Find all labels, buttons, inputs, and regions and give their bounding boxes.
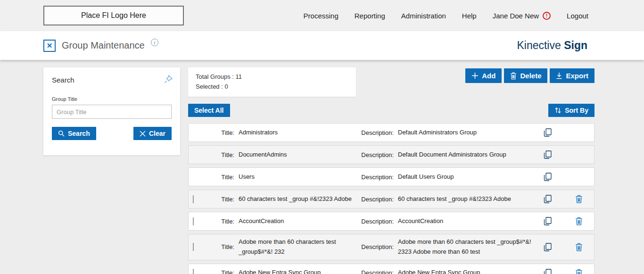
- sort-arrows-icon: [554, 107, 561, 114]
- row-delete-button[interactable]: [558, 269, 600, 274]
- total-groups-label: Total Groups : 11: [196, 72, 348, 82]
- info-icon[interactable]: i: [151, 39, 158, 46]
- group-list: Title: Administrators Description: Defau…: [188, 123, 594, 274]
- main-content: Search Group Title Search Clear: [0, 60, 644, 274]
- copy-button[interactable]: [537, 268, 558, 274]
- row-title-value: Adobe more than 60 characters test _grou…: [237, 237, 353, 257]
- trash-icon: [575, 243, 583, 251]
- group-title-label: Group Title: [52, 96, 172, 102]
- row-description-label: Description:: [353, 243, 396, 250]
- search-button[interactable]: Search: [52, 127, 96, 140]
- row-checkbox[interactable]: [193, 269, 194, 274]
- sort-by-button[interactable]: Sort By: [548, 104, 594, 117]
- nav-reporting[interactable]: Reporting: [355, 12, 385, 20]
- nav-help[interactable]: Help: [462, 12, 477, 20]
- copy-button[interactable]: [537, 194, 558, 204]
- copy-icon: [543, 150, 553, 159]
- row-title-value: AccountCreation: [237, 216, 353, 226]
- copy-button[interactable]: [537, 216, 558, 226]
- table-row: Title: Users Description: Default Users …: [188, 167, 594, 186]
- copy-icon: [543, 172, 553, 182]
- copy-button[interactable]: [537, 150, 558, 159]
- nav-logout[interactable]: Logout: [567, 12, 588, 20]
- search-panel: Search Group Title Search Clear: [43, 67, 180, 155]
- row-description-label: Description:: [353, 269, 396, 274]
- row-description-label: Description:: [353, 151, 396, 158]
- user-menu[interactable]: Jane Doe New !: [493, 12, 551, 20]
- row-checkbox[interactable]: [193, 243, 194, 251]
- row-checkbox[interactable]: [193, 195, 194, 203]
- row-title-label: Title:: [207, 151, 237, 158]
- brand-logo: Kinective Sign: [517, 39, 587, 52]
- table-row: Title: Administrators Description: Defau…: [188, 123, 594, 142]
- nav-processing[interactable]: Processing: [304, 12, 339, 20]
- row-title-value: Adobe New Entra Sync Group: [237, 268, 353, 274]
- group-title-input[interactable]: [52, 105, 172, 119]
- copy-icon: [543, 216, 553, 226]
- row-delete-button[interactable]: [558, 195, 600, 203]
- row-description-value: 60 characters test _group #&!2323 Adobe: [396, 194, 537, 204]
- delete-button-label: Delete: [520, 72, 541, 80]
- table-row: Title: Adobe more than 60 characters tes…: [188, 234, 594, 260]
- trash-icon: [575, 269, 583, 274]
- row-title-value: Administrators: [237, 128, 353, 138]
- table-row: Title: AccountCreation Description: Acco…: [188, 212, 594, 231]
- copy-button[interactable]: [537, 172, 558, 182]
- row-description-value: Default Users Group: [396, 172, 537, 182]
- stats-box: Total Groups : 11 Selected : 0: [188, 67, 356, 97]
- search-panel-title: Search: [52, 76, 172, 84]
- table-row: Title: DocumentAdmins Description: Defau…: [188, 145, 594, 164]
- row-title-label: Title:: [207, 243, 237, 250]
- row-title-label: Title:: [207, 269, 237, 274]
- export-button-label: Export: [566, 72, 588, 80]
- row-checkbox[interactable]: [193, 217, 194, 225]
- plus-icon: [471, 72, 479, 79]
- brand-name: Kinective: [517, 39, 564, 51]
- alert-icon: !: [543, 12, 551, 20]
- copy-button[interactable]: [537, 242, 558, 252]
- copy-icon: [543, 194, 553, 204]
- row-description-value: Adobe New Entra Sync Group: [396, 268, 537, 274]
- trash-icon: [575, 217, 583, 225]
- fi-logo-placeholder: Place FI Logo Here: [43, 6, 184, 25]
- table-row: Title: Adobe New Entra Sync Group Descri…: [188, 264, 594, 274]
- row-title-value: DocumentAdmins: [237, 150, 353, 160]
- trash-icon: [575, 195, 583, 203]
- row-title-label: Title:: [207, 196, 237, 203]
- row-description-value: Default Document Administrators Group: [396, 150, 537, 160]
- row-description-value: Adobe more than 60 characters test _grou…: [396, 237, 537, 257]
- nav-administration[interactable]: Administration: [401, 12, 446, 20]
- top-bar: Place FI Logo Here Processing Reporting …: [0, 0, 644, 31]
- select-all-label: Select All: [194, 107, 224, 114]
- download-icon: [556, 72, 562, 79]
- table-row: Title: 60 characters test _group #&!2323…: [188, 190, 594, 208]
- row-description-label: Description:: [353, 218, 396, 225]
- clear-x-icon: [140, 131, 146, 137]
- row-title-label: Title:: [207, 129, 237, 136]
- sort-by-label: Sort By: [565, 107, 588, 114]
- clear-button[interactable]: Clear: [133, 127, 172, 140]
- search-icon: [58, 130, 65, 137]
- pin-icon[interactable]: [163, 74, 173, 84]
- page-title: Group Maintenance: [62, 40, 145, 51]
- brand-bold: Sign: [564, 39, 587, 51]
- row-description-label: Description:: [353, 196, 396, 203]
- copy-button[interactable]: [537, 128, 558, 137]
- add-button-label: Add: [482, 72, 495, 80]
- row-delete-button[interactable]: [558, 217, 600, 225]
- delete-button[interactable]: Delete: [504, 68, 547, 83]
- row-title-label: Title:: [207, 218, 237, 225]
- search-button-label: Search: [68, 130, 90, 137]
- select-all-button[interactable]: Select All: [188, 104, 230, 117]
- group-maintenance-icon: ✕: [43, 40, 56, 52]
- sub-header: ✕ Group Maintenance i Kinective Sign: [0, 31, 644, 60]
- trash-icon-white: [510, 72, 517, 80]
- copy-icon: [543, 242, 553, 252]
- row-description-value: Default Administrators Group: [396, 128, 537, 138]
- add-button[interactable]: Add: [465, 68, 502, 83]
- row-description-value: AccountCreation: [396, 216, 537, 226]
- export-button[interactable]: Export: [550, 68, 594, 83]
- copy-icon: [543, 268, 553, 274]
- selected-count-label: Selected : 0: [196, 82, 348, 91]
- row-delete-button[interactable]: [558, 243, 600, 251]
